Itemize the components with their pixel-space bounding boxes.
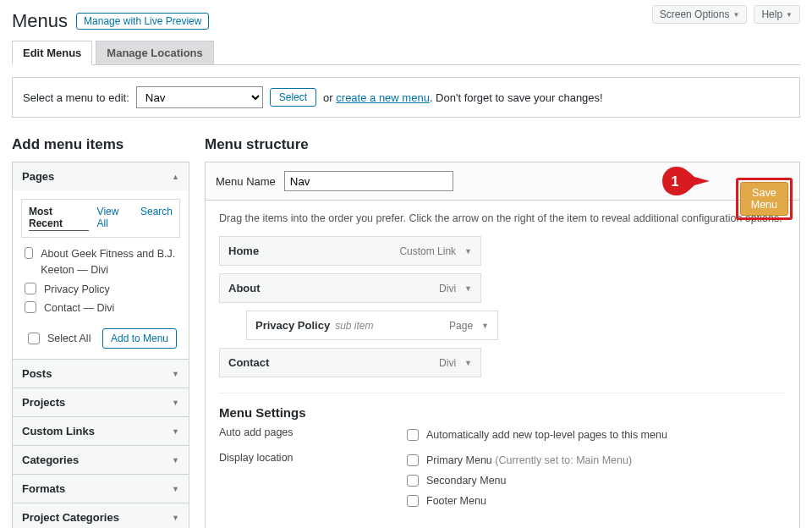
accordion-categories[interactable]: Categories▼ [13,446,189,474]
menu-name-label: Menu Name [216,175,276,188]
caret-down-icon: ▼ [172,456,179,465]
caret-down-icon: ▼ [172,485,179,493]
accordion-posts[interactable]: Posts▼ [13,360,189,388]
page-item-checkbox[interactable] [25,247,33,259]
display-location-label: Display location [219,452,403,513]
location-footer-checkbox[interactable] [407,495,419,507]
caret-down-icon: ▼ [786,11,793,19]
caret-down-icon: ▼ [481,322,489,330]
select-menu-label: Select a menu to edit: [23,91,129,104]
menu-item[interactable]: About Divi ▼ [219,273,481,303]
menu-item-sub[interactable]: Privacy Policy sub item Page ▼ [246,311,498,340]
inner-tab-search[interactable]: Search [140,206,173,231]
save-menu-button-top[interactable]: Save Menu [740,182,788,216]
screen-options-label: Screen Options [660,8,730,20]
or-text: or [323,91,333,104]
drag-hint: Drag the items into the order you prefer… [219,212,786,224]
page-item-checkbox[interactable] [25,301,36,313]
location-primary-checkbox[interactable] [407,454,419,466]
select-all[interactable]: Select All [25,330,91,347]
screen-options-button[interactable]: Screen Options ▼ [652,5,748,24]
help-button[interactable]: Help ▼ [754,5,800,24]
tab-edit-menus[interactable]: Edit Menus [12,41,92,65]
page-item-checkbox[interactable] [25,283,36,294]
manage-menu-bar: Select a menu to edit: Nav Select or cre… [12,77,800,118]
help-label: Help [761,8,782,20]
add-menu-items-heading: Add menu items [12,136,189,153]
caret-down-icon: ▼ [464,247,472,256]
caret-down-icon: ▼ [172,514,179,522]
page-item[interactable]: About Geek Fitness and B.J. Keeton — Div… [21,246,180,278]
select-all-checkbox[interactable] [28,333,40,344]
nav-tabs: Edit Menus Manage Locations [12,41,800,65]
auto-add-pages-checkbox[interactable] [407,429,419,441]
location-secondary[interactable]: Secondary Menu [403,472,632,489]
create-new-menu-link[interactable]: create a new menu [336,91,430,104]
menu-structure-heading: Menu structure [205,136,800,153]
trailer-text: . Don't forget to save your changes! [430,91,603,104]
accordion-projects[interactable]: Projects▼ [13,388,189,416]
menu-select[interactable]: Nav [136,86,263,108]
caret-down-icon: ▼ [172,427,179,436]
add-to-menu-button[interactable]: Add to Menu [102,328,177,349]
select-button[interactable]: Select [270,88,316,107]
inner-tab-recent[interactable]: Most Recent [29,206,89,231]
location-secondary-checkbox[interactable] [407,475,419,487]
auto-add-pages-option[interactable]: Automatically add new top-level pages to… [403,426,667,443]
page-title-text: Menus [12,10,68,32]
accordion-custom-links[interactable]: Custom Links▼ [13,417,189,445]
accordion-formats[interactable]: Formats▼ [13,475,189,503]
inner-tab-view-all[interactable]: View All [97,206,132,231]
location-primary[interactable]: Primary Menu (Currently set to: Main Men… [403,452,632,469]
caret-down-icon: ▼ [172,370,179,378]
page-item[interactable]: Privacy Policy [21,282,180,298]
menu-item[interactable]: Contact Divi ▼ [219,348,481,377]
annotation-marker-1: 1 [662,167,711,195]
caret-up-icon: ▲ [172,173,179,181]
menu-settings-heading: Menu Settings [219,393,786,420]
accordion-project-categories[interactable]: Project Categories▼ [13,503,189,528]
svg-text:1: 1 [672,174,679,189]
location-footer[interactable]: Footer Menu [403,492,632,509]
pages-inner-tabs: Most Recent View All Search [21,199,180,238]
menu-name-input[interactable] [284,171,453,191]
menu-item[interactable]: Home Custom Link ▼ [219,236,481,266]
caret-down-icon: ▼ [464,284,472,293]
caret-down-icon: ▼ [464,359,472,367]
live-preview-button[interactable]: Manage with Live Preview [76,13,209,30]
caret-down-icon: ▼ [172,399,179,407]
auto-add-pages-label: Auto add pages [219,426,403,447]
accordion-pages-title: Pages [22,170,54,183]
accordion-pages[interactable]: Pages ▲ [13,162,189,190]
caret-down-icon: ▼ [732,11,739,19]
page-item[interactable]: Contact — Divi [21,300,180,316]
tab-manage-locations[interactable]: Manage Locations [96,41,213,64]
